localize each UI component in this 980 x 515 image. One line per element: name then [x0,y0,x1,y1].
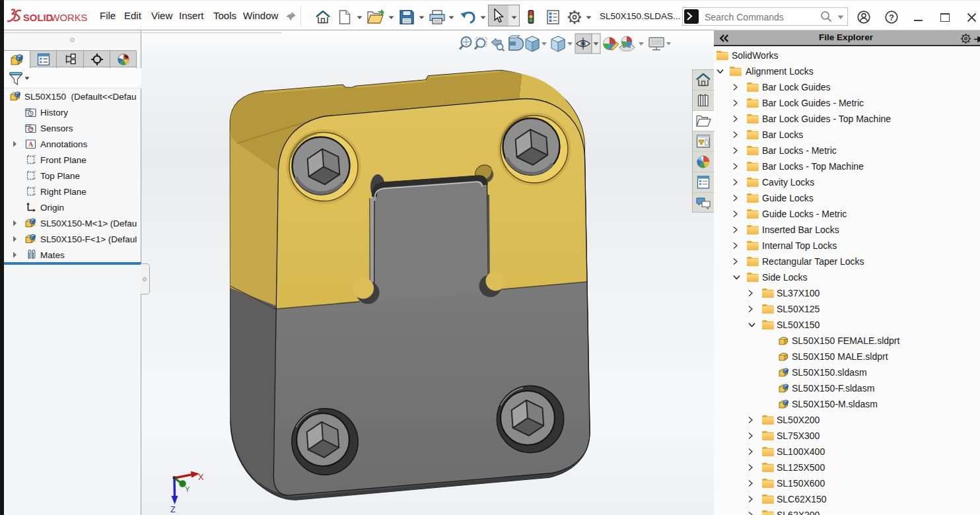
svg-text:SOLID: SOLID [23,13,53,23]
svg-text:A: A [28,141,34,148]
svg-text:WORKS: WORKS [51,13,88,23]
svg-text:?: ? [889,13,894,22]
